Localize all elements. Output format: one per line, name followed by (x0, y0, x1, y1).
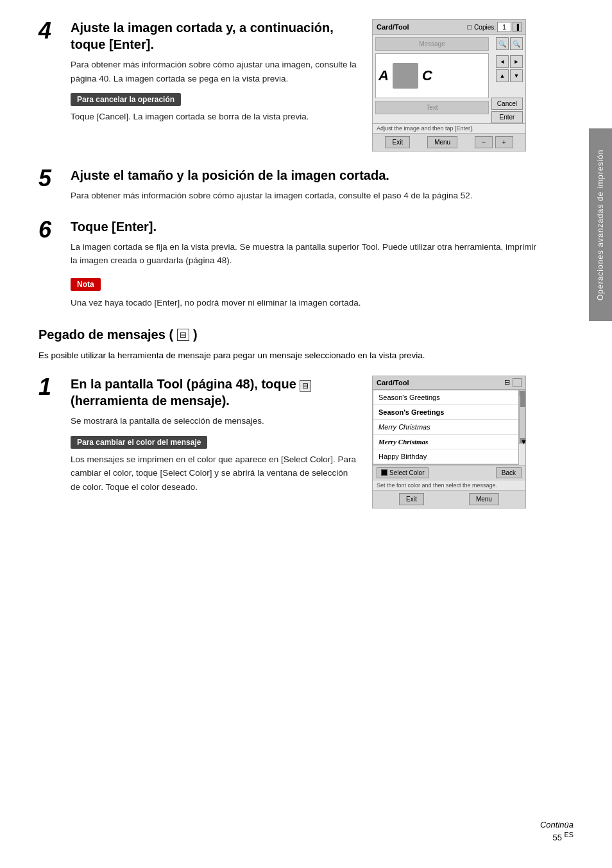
ui2-scroll-down: ▼ (520, 438, 525, 443)
ui2-statusbar: Set the font color and then select the m… (373, 480, 525, 490)
ui2-footer: Select Color Back (373, 465, 525, 480)
ui2-titlebar-right: ⊟ (504, 378, 522, 387)
step1-msg-number: 1 (38, 376, 71, 494)
step1-msg-infobox: Para cambiar el color del mensaje (71, 436, 207, 449)
ui1-statusbar: Adjust the image and then tap [Enter]. (373, 123, 525, 133)
step6-body: La imagen cortada se fija en la vista pr… (71, 240, 539, 268)
ui-screenshot-1: Card/Tool □ Copies: 1 ▐ Message (372, 19, 526, 152)
ui1-plus-btn[interactable]: + (495, 136, 513, 148)
ui1-zoom-in[interactable]: 🔍 (496, 37, 509, 50)
step1-msg-info-body: Los mensajes se imprimen en el color que… (71, 453, 359, 494)
section-body: Es posible utilizar la herramienta de me… (38, 349, 539, 363)
ui1-arrow-down[interactable]: ▼ (510, 69, 523, 82)
step5-content: Ajuste el tamaño y la posición de la ima… (71, 167, 539, 203)
ui1-text-bar: Text (375, 101, 489, 114)
step6-nota-label: Nota (71, 278, 101, 291)
step4-content: Ajuste la imagen cortada y, a continuaci… (71, 19, 359, 124)
page-superscript: ES (565, 831, 574, 838)
ui1-cancel-btn[interactable]: Cancel (491, 98, 523, 110)
ui2-menu-btn[interactable]: Menu (469, 493, 499, 505)
step6: 6 Toque [Enter]. La imagen cortada se fi… (38, 218, 539, 310)
ui1-action-btns: Cancel Enter (491, 98, 523, 123)
ui2-msg-item-2[interactable]: Merry Christmas (373, 420, 518, 435)
ui2-list-area: Season's Greetings Season's Greetings Me… (373, 390, 525, 465)
ui1-copies-value: 1 (497, 22, 511, 32)
step1-msg-left: 1 En la pantalla Tool (página 48), toque… (38, 376, 359, 509)
step6-nota-body: Una vez haya tocado [Enter], no podrá mo… (71, 296, 539, 310)
step6-title: Toque [Enter]. (71, 218, 539, 235)
step5-title: Ajuste el tamaño y la posición de la ima… (71, 167, 539, 184)
ui1-enter-btn[interactable]: Enter (491, 111, 523, 123)
ui2-exit-btn[interactable]: Exit (399, 493, 424, 505)
step1-msg-content: En la pantalla Tool (página 48), toque ⊟… (71, 376, 359, 494)
step4-screenshot: Card/Tool □ Copies: 1 ▐ Message (372, 19, 539, 152)
section-title-suffix: ) (193, 327, 198, 342)
ui2-msg-item-0[interactable]: Season's Greetings (373, 390, 518, 405)
ui1-minus-btn[interactable]: – (475, 136, 493, 148)
ui2-msg-item-1[interactable]: Season's Greetings (373, 405, 518, 420)
ui1-copies-indicator: ▐ (513, 22, 522, 32)
ui1-img-placeholder (393, 63, 418, 89)
step1-msg: 1 En la pantalla Tool (página 48), toque… (38, 376, 359, 494)
ui1-copies: Copies: 1 ▐ (474, 22, 522, 32)
ui1-preview: A C (375, 53, 489, 98)
ui1-bottom-btns: Exit Menu – + (373, 133, 525, 151)
ui2-icon: ⊟ (504, 378, 510, 386)
ui1-arrow-up[interactable]: ▲ (496, 69, 509, 82)
ui1-zoom-out[interactable]: 🔍 (510, 37, 523, 50)
step5-number: 5 (38, 167, 71, 203)
ui1-title: Card/Tool (377, 23, 409, 31)
step4: 4 Ajuste la imagen cortada y, a continua… (38, 19, 359, 124)
ui1-arrow-left[interactable]: ◄ (496, 55, 509, 68)
ui2-titlebar: Card/Tool ⊟ (373, 376, 525, 390)
step5: 5 Ajuste el tamaño y la posición de la i… (38, 167, 539, 203)
ui1-exit-btn[interactable]: Exit (385, 136, 410, 148)
ui2-window-btn (513, 378, 522, 387)
ui2-msg-item-3[interactable]: Merry Christmas (373, 435, 518, 449)
step1-title-text: En la pantalla Tool (página 48), toque (71, 377, 300, 391)
step4-number: 4 (38, 19, 71, 124)
ui2-scroll-thumb (520, 392, 525, 407)
section-heading: Pegado de mensajes ( ⊟ ) (38, 327, 539, 342)
step1-title-suffix: (herramienta de mensaje). (71, 394, 230, 408)
side-tab-text: Operaciones avanzadas de impresión (596, 149, 605, 300)
step4-infobox: Para cancelar la operación (71, 93, 181, 106)
ui1-sidebar: 🔍 🔍 ◄ ► ▲ ▼ Cancel Enter (491, 37, 523, 123)
ui2-msg-list: Season's Greetings Season's Greetings Me… (373, 390, 519, 465)
step1-msg-screenshot: Card/Tool ⊟ Season's Greetings Season's … (372, 376, 539, 509)
message-icon: ⊟ (177, 329, 189, 341)
color-swatch (381, 469, 387, 476)
ui2-msg-item-4[interactable]: Happy Birthday (373, 449, 518, 464)
section-title-text: Pegado de mensajes ( (38, 327, 173, 342)
select-color-btn[interactable]: Select Color (377, 467, 429, 478)
step4-left: 4 Ajuste la imagen cortada y, a continua… (38, 19, 359, 152)
ui1-letter-a: A (378, 67, 389, 84)
select-color-label: Select Color (389, 469, 424, 476)
step5-body: Para obtener más información sobre cómo … (71, 189, 539, 203)
step1-msg-title: En la pantalla Tool (página 48), toque ⊟… (71, 376, 359, 409)
ui1-message-bar: Message (375, 37, 489, 51)
ui2-back-btn[interactable]: Back (496, 467, 522, 478)
ui1-copies-label: Copies: (474, 24, 496, 31)
ui1-arrow-right[interactable]: ► (510, 55, 523, 68)
continua-label: Continúa (540, 820, 574, 829)
step6-content: Toque [Enter]. La imagen cortada se fija… (71, 218, 539, 310)
ui1-main: Message A C Text (375, 37, 489, 123)
ui1-icon: □ (467, 23, 472, 31)
step1-msg-body: Se mostrará la pantalla de selección de … (71, 414, 359, 428)
ui1-zoom-row: 🔍 🔍 (496, 37, 523, 50)
ui1-title-right: □ Copies: 1 ▐ (467, 22, 522, 32)
step4-title: Ajuste la imagen cortada y, a continuaci… (71, 19, 359, 53)
step1-msg-container: 1 En la pantalla Tool (página 48), toque… (38, 376, 539, 509)
step1-title-icon: ⊟ (300, 380, 311, 392)
side-tab: Operaciones avanzadas de impresión (589, 128, 612, 321)
ui2-title: Card/Tool (377, 379, 409, 386)
ui1-arrows: ◄ ► ▲ ▼ (496, 55, 523, 82)
ui1-plusminus: – + (475, 136, 513, 148)
page-num: 55 (552, 833, 561, 842)
ui1-menu-btn[interactable]: Menu (427, 136, 457, 148)
ui-screenshot-2: Card/Tool ⊟ Season's Greetings Season's … (372, 376, 526, 508)
ui1-titlebar: Card/Tool □ Copies: 1 ▐ (373, 20, 525, 35)
step4-body: Para obtener más información sobre cómo … (71, 58, 359, 85)
ui2-scrollbar[interactable]: ▲ ▼ (519, 390, 525, 444)
